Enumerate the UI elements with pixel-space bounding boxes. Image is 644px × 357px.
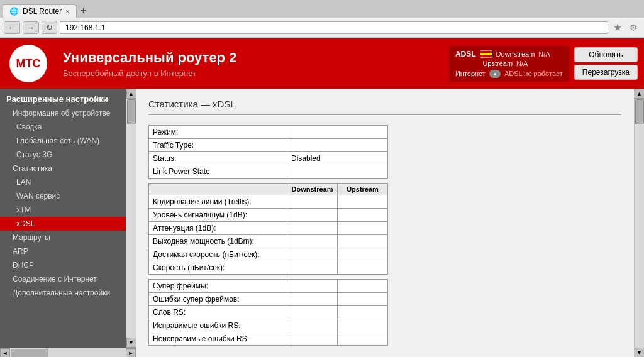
adsl-flag-icon <box>480 50 492 58</box>
sidebar-scroll-thumb[interactable] <box>127 99 136 124</box>
table-cell-downstream <box>287 332 338 346</box>
table-cell-upstream <box>338 306 388 319</box>
table-cell-value <box>287 139 388 152</box>
sidebar: Расширенные настройки Информация об устр… <box>0 89 126 348</box>
sidebar-h-track <box>10 348 126 357</box>
table-cell-downstream <box>287 235 338 248</box>
sidebar-item-summary[interactable]: Сводка <box>0 120 126 134</box>
table-cell-downstream <box>287 195 338 209</box>
content-scroll-up[interactable]: ▲ <box>635 89 645 99</box>
header-buttons: Обновить Перезагрузка <box>574 47 638 80</box>
table-row: Достимая скорость (нБит/сек): <box>149 248 388 261</box>
upstream-value: N/A <box>516 60 528 67</box>
table-spacer <box>149 275 388 280</box>
content-scroll-down[interactable]: ▼ <box>635 348 645 357</box>
table-cell-label: Выходная мощность (1dBm): <box>149 235 287 248</box>
adsl-downstream-row: ADSL Downstream N/A <box>455 50 563 58</box>
sidebar-scroll-up[interactable]: ▲ <box>126 89 136 99</box>
sidebar-item-3g[interactable]: Статус 3G <box>0 148 126 162</box>
table-cell-downstream <box>287 306 338 319</box>
table-cell-upstream <box>338 235 388 248</box>
adsl-label: ADSL <box>455 50 476 58</box>
table-cell-label: Слов RS: <box>149 306 287 319</box>
settings-wrench-icon[interactable]: ⚙ <box>627 23 640 33</box>
sidebar-scrollbar[interactable]: ▲ ▼ <box>126 89 136 348</box>
table-row: Выходная мощность (1dBm): <box>149 235 388 248</box>
sidebar-item-xtm[interactable]: xTM <box>0 203 126 217</box>
sidebar-item-dhcp[interactable]: DHCP <box>0 258 126 272</box>
sidebar-h-thumb[interactable] <box>11 349 48 357</box>
tab-close-button[interactable]: × <box>65 8 69 15</box>
sidebar-item-lan[interactable]: LAN <box>0 175 126 189</box>
header: МТС Универсальный роутер 2 Бесперебойный… <box>0 38 644 89</box>
sidebar-item-device-info[interactable]: Информация об устройстве <box>0 106 126 120</box>
table-col-upstream: Upstream <box>338 184 388 195</box>
table-cell-label: Traffic Type: <box>149 139 287 152</box>
sidebar-scroll-right[interactable]: ► <box>126 348 136 358</box>
sidebar-item-advanced[interactable]: Дополнительные настройки <box>0 286 126 300</box>
table-cell-upstream <box>338 195 388 209</box>
refresh-button[interactable]: ↻ <box>42 21 57 34</box>
reboot-button[interactable]: Перезагрузка <box>574 65 638 80</box>
table-cell-upstream <box>338 332 388 346</box>
tab-bar: 🌐 DSL Router × + <box>0 0 644 18</box>
table-cell-upstream <box>338 248 388 261</box>
table-cell-upstream <box>338 293 388 306</box>
table-cell-label: Исправимые ошибки RS: <box>149 319 287 332</box>
table-cell-label: Скорость (нБит/сек): <box>149 261 287 275</box>
content-scroll-thumb[interactable] <box>635 99 644 124</box>
downstream-value: N/A <box>538 50 550 58</box>
sidebar-item-arp[interactable]: ARP <box>0 244 126 258</box>
table-row: Traffic Type: <box>149 139 388 152</box>
sidebar-item-wan[interactable]: Глобальная сеть (WAN) <box>0 134 126 148</box>
content-scrollbar[interactable]: ▲ ▼ <box>634 89 644 357</box>
table-cell-downstream <box>287 248 338 261</box>
sidebar-h-scrollbar[interactable]: ◄ ► <box>0 348 136 357</box>
sidebar-item-routes[interactable]: Маршруты <box>0 231 126 244</box>
internet-toggle[interactable]: ● <box>489 70 501 78</box>
table-row: Link Power State: <box>149 165 388 178</box>
table-row: Кодирование линии (Trellis): <box>149 195 388 209</box>
table-cell-upstream <box>338 280 388 293</box>
internet-row: Интернет ● ADSL не работает <box>455 70 563 78</box>
refresh-page-button[interactable]: Обновить <box>574 47 638 62</box>
table-header-row: Downstream Upstream <box>149 184 388 195</box>
adsl-upstream-row: ADSL Upstream N/A <box>455 60 563 67</box>
forward-button[interactable]: → <box>23 21 39 34</box>
bookmark-star-icon[interactable]: ★ <box>611 21 625 33</box>
table-row: Скорость (нБит/сек): <box>149 261 388 275</box>
table-cell-label: Уровень сигнал/шум (1dB): <box>149 209 287 222</box>
mts-logo-text: МТС <box>16 57 41 70</box>
table-cell-status: Disabled <box>287 152 388 165</box>
adsl-error-status: ADSL не работает <box>504 70 563 77</box>
sidebar-item-stats[interactable]: Статистика <box>0 162 126 175</box>
table-row: Режим: <box>149 126 388 139</box>
header-title: Универсальный роутер 2 <box>63 50 449 66</box>
sidebar-item-xdsl[interactable]: xDSL <box>0 217 126 231</box>
table-row: Слов RS: <box>149 306 388 319</box>
table-cell-downstream <box>287 319 338 332</box>
table-cell-value <box>287 165 388 178</box>
table-cell-upstream <box>338 222 388 235</box>
table-cell-value <box>287 126 388 139</box>
tab-title: DSL Router <box>23 7 62 16</box>
table-row: Status: Disabled <box>149 152 388 165</box>
table-cell-label: Link Power State: <box>149 165 287 178</box>
table-col-empty <box>149 184 287 195</box>
table-col-downstream: Downstream <box>287 184 338 195</box>
sidebar-item-internet-conn[interactable]: Соединение с Интернет <box>0 272 126 286</box>
sidebar-scroll-track <box>126 99 136 338</box>
table-cell-downstream <box>287 293 338 306</box>
nav-bar: ← → ↻ ★ ⚙ <box>0 18 644 38</box>
new-tab-button[interactable]: + <box>77 4 90 18</box>
table-cell-label: Кодирование линии (Trellis): <box>149 195 287 209</box>
table-cell-label: Режим: <box>149 126 287 139</box>
browser-tab[interactable]: 🌐 DSL Router × <box>3 4 77 18</box>
header-title-area: Универсальный роутер 2 Бесперебойный дос… <box>57 50 449 78</box>
sidebar-scroll-down[interactable]: ▼ <box>126 338 136 348</box>
sidebar-scroll-left[interactable]: ◄ <box>0 348 10 358</box>
sidebar-item-wan-service[interactable]: WAN сервис <box>0 189 126 203</box>
back-button[interactable]: ← <box>4 21 20 34</box>
internet-label: Интернет <box>455 70 486 77</box>
address-bar[interactable] <box>60 21 608 34</box>
